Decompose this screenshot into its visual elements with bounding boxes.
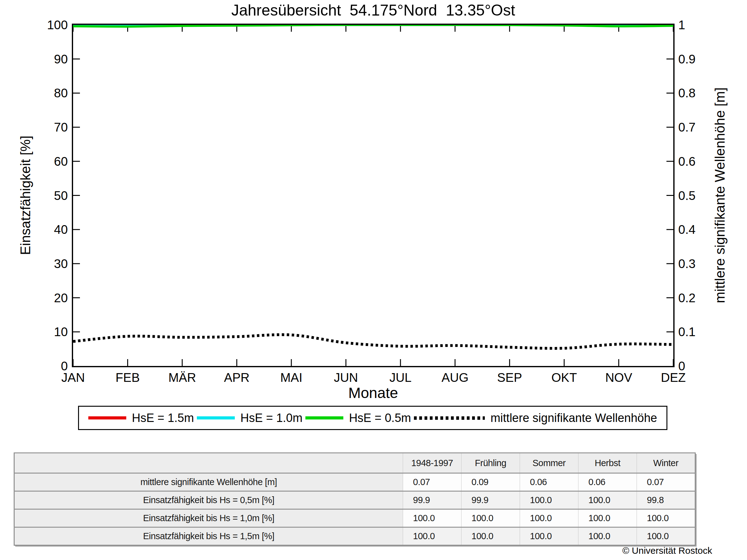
series-line-3 [73,335,673,348]
table-header-row: 1948-1997FrühlingSommerHerbstWinter [14,453,695,473]
col-header: Sommer [520,453,578,473]
row-label: Einsatzfähigkeit bis Hs = 1,0m [%] [14,509,403,527]
value-cell: 100.0 [462,527,520,545]
legend-item-wave-height: mittlere signifikante Wellenhöhe [414,411,657,425]
y-tick-label-left: 20 [27,291,68,305]
y-tick-label-right: 0.8 [678,86,725,100]
legend-item-hse-1-5m: HsE = 1.5m [88,411,194,425]
row-label: mittlere signifikante Wellenhöhe [m] [14,473,403,491]
x-tick-label: AUG [432,371,478,384]
value-cell: 100.0 [578,509,637,527]
value-cell: 100.0 [520,509,578,527]
y-tick-label-right: 0.1 [678,325,725,339]
y-tick-label-right: 0.2 [678,291,725,305]
copyright: © Universität Rostock [622,545,712,556]
legend-item-hse-1-0m: HsE = 1.0m [197,411,303,425]
legend-item-hse-0-5m: HsE = 0.5m [305,411,411,425]
x-tick-label: FEB [104,371,151,384]
y-tick-label-right: 0.5 [678,189,725,203]
legend-label: HsE = 1.0m [240,411,303,425]
legend: HsE = 1.5m HsE = 1.0m HsE = 0.5m mittler… [78,406,667,430]
summary-table: 1948-1997FrühlingSommerHerbstWintermittl… [14,452,696,546]
table-corner-cell [14,453,403,473]
y-tick-label-right: 1 [678,18,725,32]
col-header: Winter [637,453,695,473]
table-row: Einsatzfähigkeit bis Hs = 0,5m [%]99.999… [14,491,695,509]
value-cell: 100.0 [578,491,637,509]
y-tick-label-right: 0.3 [678,257,725,270]
y-tick-label-left: 10 [27,325,68,339]
y-tick-label-left: 30 [27,257,68,270]
series-line-2 [73,25,673,27]
y-tick-label-right: 0.4 [678,223,725,236]
value-cell: 99.9 [462,491,520,509]
x-tick-label: JAN [50,371,96,384]
legend-line-green [305,416,343,420]
y-tick-label-left: 70 [27,120,68,134]
y-tick-label-left: 80 [27,86,68,100]
row-label: Einsatzfähigkeit bis Hs = 0,5m [%] [14,491,403,509]
y-tick-label-left: 60 [27,155,68,168]
value-cell: 0.07 [637,473,695,491]
value-cell: 100.0 [520,491,578,509]
x-axis-label: Monate [73,385,673,401]
plot-area [72,24,674,367]
value-cell: 100.0 [520,527,578,545]
value-cell: 100.0 [403,509,462,527]
x-tick-label: OKT [541,371,588,384]
x-tick-label: MÄR [159,371,206,384]
legend-line-cyan [197,416,235,420]
value-cell: 100.0 [403,527,462,545]
legend-label: mittlere signifikante Wellenhöhe [490,411,657,425]
y-tick-label-right: 0.6 [678,155,725,168]
value-cell: 100.0 [637,527,695,545]
col-header: 1948-1997 [403,453,462,473]
chart-canvas [73,25,673,366]
value-cell: 0.06 [520,473,578,491]
y-tick-label-right: 0.9 [678,52,725,66]
value-cell: 0.06 [578,473,637,491]
x-tick-label: APR [213,371,260,384]
y-tick-label-left: 100 [27,18,68,32]
table-row: Einsatzfähigkeit bis Hs = 1,0m [%]100.01… [14,509,695,527]
y-tick-label-left: 90 [27,52,68,66]
col-header: Frühling [462,453,520,473]
y-tick-label-left: 50 [27,189,68,203]
legend-line-red [88,416,126,420]
value-cell: 100.0 [462,509,520,527]
row-label: Einsatzfähigkeit bis Hs = 1,5m [%] [14,527,403,545]
chart-title: Jahresübersicht 54.175°Nord 13.35°Ost [73,1,673,19]
value-cell: 0.09 [462,473,520,491]
x-tick-label: NOV [596,371,642,384]
y-tick-label-right: 0.7 [678,120,725,134]
value-cell: 99.9 [403,491,462,509]
x-tick-label: SEP [486,371,533,384]
x-tick-label: JUL [377,371,424,384]
col-header: Herbst [578,453,637,473]
x-tick-label: JUN [323,371,369,384]
table-row: mittlere signifikante Wellenhöhe [m]0.07… [14,473,695,491]
y-tick-label-left: 40 [27,223,68,236]
legend-line-dotted [414,416,485,420]
value-cell: 99.8 [637,491,695,509]
legend-label: HsE = 0.5m [349,411,411,425]
value-cell: 100.0 [578,527,637,545]
value-cell: 0.07 [403,473,462,491]
x-tick-label: DEZ [650,371,697,384]
table-row: Einsatzfähigkeit bis Hs = 1,5m [%]100.01… [14,527,695,545]
x-tick-label: MAI [268,371,315,384]
value-cell: 100.0 [637,509,695,527]
legend-label: HsE = 1.5m [132,411,194,425]
